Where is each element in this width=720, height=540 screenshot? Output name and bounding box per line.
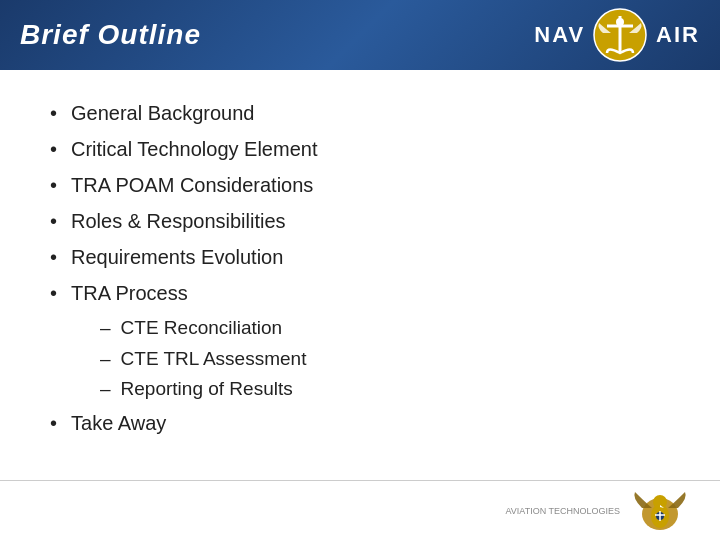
logo-text-left: NAV — [534, 22, 585, 48]
svg-point-3 — [616, 18, 624, 26]
list-item-tra-process: TRA Process — [50, 280, 670, 306]
page-title: Brief Outline — [20, 19, 201, 51]
sub-list-item: Reporting of Results — [100, 377, 670, 402]
footer-text: AVIATION TECHNOLOGIES — [505, 506, 620, 516]
list-item: Critical Technology Element — [50, 136, 670, 162]
footer: AVIATION TECHNOLOGIES — [0, 480, 720, 540]
logo-text-right: AIR — [656, 22, 700, 48]
main-content: General Background Critical Technology E… — [0, 70, 720, 455]
sub-list-item: CTE Reconciliation — [100, 316, 670, 341]
list-item: General Background — [50, 100, 670, 126]
main-bullet-list: General Background Critical Technology E… — [50, 100, 670, 306]
sub-list-item: CTE TRL Assessment — [100, 347, 670, 372]
sub-bullet-list: CTE Reconciliation CTE TRL Assessment Re… — [100, 316, 670, 402]
eagle-emblem-icon — [630, 486, 690, 536]
header: Brief Outline NAV AIR — [0, 0, 720, 70]
logo-area: NAV AIR — [534, 8, 700, 63]
list-item: Requirements Evolution — [50, 244, 670, 270]
list-item: TRA POAM Considerations — [50, 172, 670, 198]
navair-logo-icon — [593, 8, 648, 63]
take-away-item: Take Away — [50, 412, 670, 435]
list-item: Roles & Responsibilities — [50, 208, 670, 234]
